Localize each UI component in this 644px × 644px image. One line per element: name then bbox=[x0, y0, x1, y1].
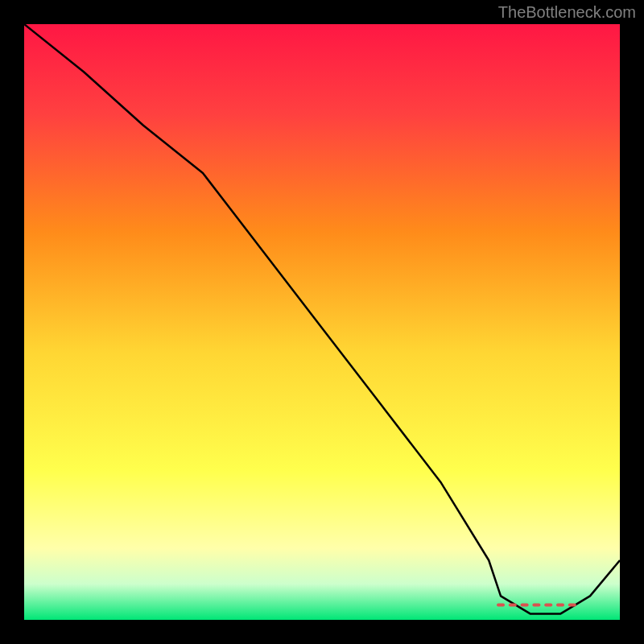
svg-rect-3 bbox=[532, 604, 540, 607]
svg-rect-0 bbox=[497, 604, 505, 607]
chart-plot-area bbox=[24, 24, 620, 620]
watermark-text: TheBottleneck.com bbox=[498, 3, 636, 22]
svg-rect-5 bbox=[556, 604, 564, 607]
svg-rect-2 bbox=[521, 604, 529, 607]
chart-svg bbox=[24, 24, 620, 620]
svg-rect-6 bbox=[568, 604, 576, 607]
chart-background bbox=[24, 24, 620, 620]
svg-rect-4 bbox=[544, 604, 552, 607]
svg-rect-1 bbox=[509, 604, 517, 607]
